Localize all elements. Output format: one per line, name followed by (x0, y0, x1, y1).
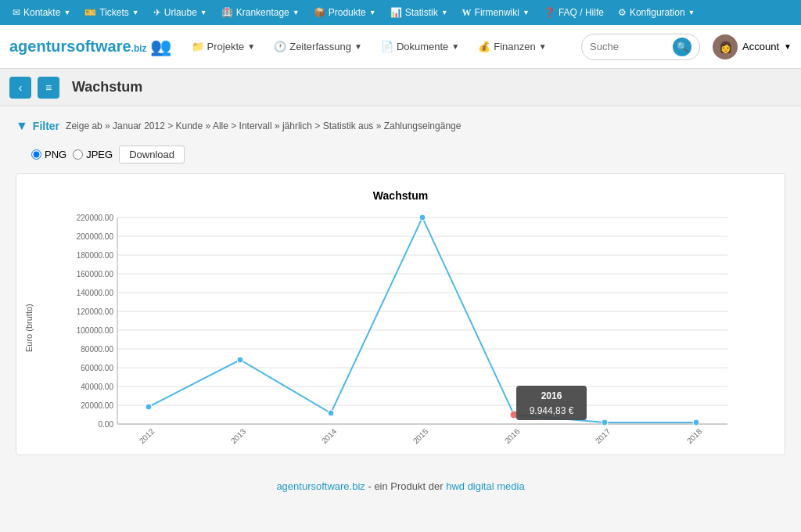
export-options: PNG JPEG Download (31, 146, 785, 164)
filter-path: Zeige ab » Januar 2012 > Kunde » Alle > … (66, 120, 461, 131)
wiki-icon: W (462, 7, 472, 19)
hospital-icon: 🏥 (221, 7, 233, 18)
chevron-down-icon: ▼ (539, 42, 547, 51)
svg-point-28 (328, 410, 334, 416)
jpeg-radio-label[interactable]: JPEG (73, 149, 113, 160)
svg-text:0.00: 0.00 (99, 420, 114, 429)
svg-point-32 (693, 419, 699, 426)
top-nav-konfiguration[interactable]: ⚙ Konfiguration ▼ (612, 4, 702, 21)
top-nav-tickets[interactable]: 🎫 Tickets ▼ (78, 4, 145, 21)
main-nav-projekte[interactable]: 📁 Projekte ▼ (184, 36, 264, 57)
footer-separator: - ein Produkt der (368, 480, 446, 492)
chevron-down-icon: ▼ (441, 9, 448, 16)
envelope-icon: ✉ (13, 7, 20, 18)
chevron-down-icon: ▼ (200, 9, 207, 16)
download-button[interactable]: Download (119, 146, 185, 164)
svg-text:140000.00: 140000.00 (77, 289, 114, 297)
chevron-down-icon: ▼ (784, 42, 792, 51)
question-icon: ❓ (544, 7, 555, 18)
top-nav-urlaube[interactable]: ✈ Urlaube ▼ (147, 4, 214, 21)
footer-link-hwd[interactable]: hwd digital media (446, 480, 524, 492)
svg-text:2013: 2013 (229, 426, 248, 444)
chevron-down-icon: ▼ (247, 42, 255, 51)
footer: agentursoftware.biz - ein Produkt der hw… (0, 468, 801, 505)
top-navigation: ✉ Kontakte ▼ 🎫 Tickets ▼ ✈ Urlaube ▼ 🏥 K… (0, 0, 801, 25)
svg-point-26 (145, 404, 152, 410)
chevron-down-icon: ▼ (688, 9, 695, 16)
svg-text:100000.00: 100000.00 (77, 326, 114, 335)
svg-text:220000.00: 220000.00 (77, 214, 114, 222)
svg-text:80000.00: 80000.00 (81, 345, 113, 354)
main-nav-dokumente[interactable]: 📄 Dokumente ▼ (373, 36, 467, 57)
chart-icon: 📊 (390, 7, 402, 18)
filter-bar: ▼ Filter Zeige ab » Januar 2012 > Kunde … (16, 119, 785, 133)
svg-text:200000.00: 200000.00 (77, 232, 114, 241)
svg-text:60000.00: 60000.00 (81, 364, 113, 372)
folder-icon: 📁 (192, 41, 204, 52)
svg-point-31 (602, 419, 608, 426)
search-input[interactable] (590, 41, 668, 52)
search-button[interactable]: 🔍 (673, 38, 691, 56)
brand-icon: 👥 (150, 37, 171, 57)
svg-text:120000.00: 120000.00 (77, 307, 114, 316)
chevron-down-icon: ▼ (354, 42, 362, 51)
footer-link-agentursoftware[interactable]: agentursoftware.biz (276, 480, 365, 492)
top-nav-faq[interactable]: ❓ FAQ / Hilfe (537, 4, 610, 21)
svg-point-27 (237, 357, 243, 363)
chevron-down-icon: ▼ (451, 42, 459, 51)
top-nav-firmenwiki[interactable]: W Firmenwiki ▼ (456, 4, 536, 22)
svg-text:2012: 2012 (138, 426, 156, 444)
main-nav-finanzen[interactable]: 💰 Finanzen ▼ (470, 36, 554, 57)
svg-text:40000.00: 40000.00 (81, 383, 113, 391)
svg-text:2018: 2018 (685, 426, 704, 444)
png-radio[interactable] (31, 149, 41, 160)
chart-svg: 220000.00 200000.00 180000.00 160000.00 … (37, 210, 777, 444)
chevron-down-icon: ▼ (63, 9, 70, 16)
menu-icon: ≡ (45, 81, 52, 94)
main-content: ▼ Filter Zeige ab » Januar 2012 > Kunde … (0, 106, 801, 468)
page-header: ‹ ≡ Wachstum (0, 69, 801, 106)
top-nav-produkte[interactable]: 📦 Produkte ▼ (307, 4, 383, 21)
svg-text:180000.00: 180000.00 (77, 251, 114, 260)
svg-text:2016: 2016 (503, 426, 522, 444)
chart-title: Wachstum (24, 189, 777, 202)
chart-area: Euro (brutto) (24, 210, 777, 447)
chevron-down-icon: ▼ (369, 9, 376, 16)
jpeg-radio[interactable] (73, 149, 83, 160)
main-nav-zeiterfassung[interactable]: 🕐 Zeiterfassung ▼ (266, 36, 370, 57)
svg-text:2016: 2016 (541, 390, 562, 401)
account-label: Account (742, 41, 779, 52)
top-nav-statistik[interactable]: 📊 Statistik ▼ (384, 4, 454, 21)
svg-text:2015: 2015 (411, 426, 430, 444)
document-icon: 📄 (381, 41, 393, 52)
avatar: 👩 (713, 34, 738, 59)
svg-text:2014: 2014 (320, 426, 339, 444)
top-nav-krankentage[interactable]: 🏥 Krankentage ▼ (215, 4, 306, 21)
top-nav-kontakte[interactable]: ✉ Kontakte ▼ (6, 4, 77, 21)
y-axis-label: Euro (brutto) (24, 210, 34, 447)
account-area[interactable]: 👩 Account ▼ (713, 34, 792, 59)
chevron-down-icon: ▼ (293, 9, 300, 16)
brand-logo[interactable]: agentursoftware.biz 👥 (9, 37, 171, 57)
search-box: 🔍 (581, 34, 700, 60)
brand-name: agentursoftware.biz (9, 38, 147, 56)
back-button[interactable]: ‹ (9, 77, 31, 99)
svg-text:160000.00: 160000.00 (77, 270, 114, 279)
plane-icon: ✈ (153, 7, 161, 18)
menu-button[interactable]: ≡ (38, 77, 59, 99)
filter-button[interactable]: ▼ Filter (16, 119, 59, 133)
gear-icon: ⚙ (618, 7, 627, 18)
chart-container: Wachstum Euro (brutto) (16, 173, 785, 455)
svg-point-29 (419, 214, 426, 221)
svg-text:20000.00: 20000.00 (81, 401, 113, 410)
back-icon: ‹ (19, 81, 23, 94)
chevron-down-icon: ▼ (523, 9, 530, 16)
svg-text:9.944,83 €: 9.944,83 € (530, 405, 574, 416)
chart-inner: 220000.00 200000.00 180000.00 160000.00 … (37, 210, 777, 447)
page-title: Wachstum (72, 79, 142, 95)
png-radio-label[interactable]: PNG (31, 149, 66, 160)
ticket-icon: 🎫 (84, 7, 96, 18)
clock-icon: 🕐 (274, 41, 286, 52)
filter-icon: ▼ (16, 119, 28, 133)
box-icon: 📦 (314, 7, 325, 18)
